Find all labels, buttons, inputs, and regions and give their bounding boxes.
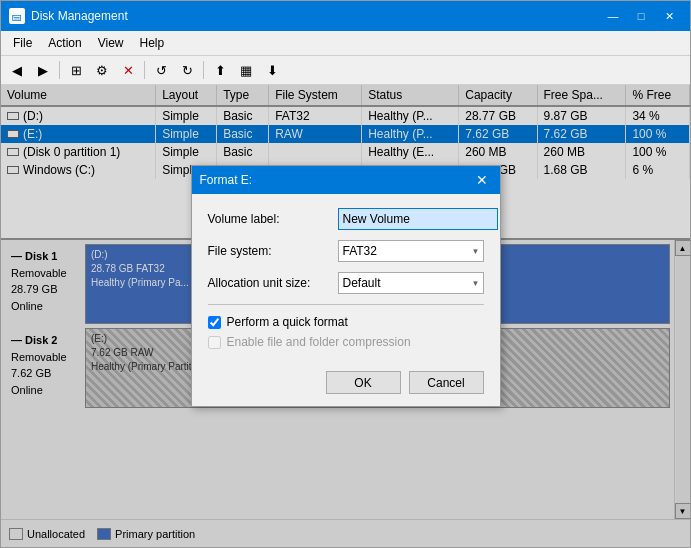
- grid-button[interactable]: ▦: [234, 59, 258, 81]
- toolbar-separator-3: [203, 61, 204, 79]
- allocation-label: Allocation unit size:: [208, 276, 338, 290]
- file-system-select-wrapper: FAT32 NTFS exFAT: [338, 240, 484, 262]
- dialog-body: Volume label: File system: FAT32 NTFS ex…: [192, 194, 500, 367]
- window-title: Disk Management: [31, 9, 128, 23]
- menu-file[interactable]: File: [5, 33, 40, 53]
- allocation-select-wrapper: Default 512 1024 2048 4096: [338, 272, 484, 294]
- allocation-select[interactable]: Default 512 1024 2048 4096: [338, 272, 484, 294]
- properties-button[interactable]: ⊞: [64, 59, 88, 81]
- menu-action[interactable]: Action: [40, 33, 89, 53]
- allocation-row: Allocation unit size: Default 512 1024 2…: [208, 272, 484, 294]
- dialog-divider: [208, 304, 484, 305]
- redo-button[interactable]: ↻: [175, 59, 199, 81]
- menu-bar: File Action View Help: [1, 31, 690, 56]
- delete-button[interactable]: ✕: [116, 59, 140, 81]
- file-system-row: File system: FAT32 NTFS exFAT: [208, 240, 484, 262]
- volume-label-input[interactable]: [338, 208, 498, 230]
- title-bar-left: 🖴 Disk Management: [9, 8, 128, 24]
- menu-help[interactable]: Help: [132, 33, 173, 53]
- close-button[interactable]: ✕: [656, 6, 682, 26]
- settings-button[interactable]: ⚙: [90, 59, 114, 81]
- maximize-button[interactable]: □: [628, 6, 654, 26]
- main-window: 🖴 Disk Management — □ ✕ File Action View…: [0, 0, 691, 548]
- modal-overlay: Format E: ✕ Volume label: File system: F…: [1, 85, 690, 547]
- quick-format-checkbox[interactable]: [208, 316, 221, 329]
- dialog-close-button[interactable]: ✕: [472, 170, 492, 190]
- toolbar: ◀ ▶ ⊞ ⚙ ✕ ↺ ↻ ⬆ ▦ ⬇: [1, 56, 690, 85]
- minimize-button[interactable]: —: [600, 6, 626, 26]
- app-icon: 🖴: [9, 8, 25, 24]
- ok-button[interactable]: OK: [326, 371, 401, 394]
- dialog-title-bar: Format E: ✕: [192, 166, 500, 194]
- quick-format-label[interactable]: Perform a quick format: [227, 315, 348, 329]
- cancel-button[interactable]: Cancel: [409, 371, 484, 394]
- undo-button[interactable]: ↺: [149, 59, 173, 81]
- volume-label-label: Volume label:: [208, 212, 338, 226]
- dialog-title: Format E:: [200, 173, 253, 187]
- forward-button[interactable]: ▶: [31, 59, 55, 81]
- down-button[interactable]: ⬇: [260, 59, 284, 81]
- back-button[interactable]: ◀: [5, 59, 29, 81]
- menu-view[interactable]: View: [90, 33, 132, 53]
- window-controls: — □ ✕: [600, 6, 682, 26]
- main-content: Volume Layout Type File System Status Ca…: [1, 85, 690, 547]
- compression-checkbox[interactable]: [208, 336, 221, 349]
- toolbar-separator-2: [144, 61, 145, 79]
- file-system-select[interactable]: FAT32 NTFS exFAT: [338, 240, 484, 262]
- volume-label-row: Volume label:: [208, 208, 484, 230]
- dialog-footer: OK Cancel: [192, 367, 500, 406]
- file-system-label: File system:: [208, 244, 338, 258]
- up-button[interactable]: ⬆: [208, 59, 232, 81]
- compression-label: Enable file and folder compression: [227, 335, 411, 349]
- format-dialog: Format E: ✕ Volume label: File system: F…: [191, 165, 501, 407]
- title-bar: 🖴 Disk Management — □ ✕: [1, 1, 690, 31]
- quick-format-row: Perform a quick format: [208, 315, 484, 329]
- compression-row: Enable file and folder compression: [208, 335, 484, 349]
- toolbar-separator-1: [59, 61, 60, 79]
